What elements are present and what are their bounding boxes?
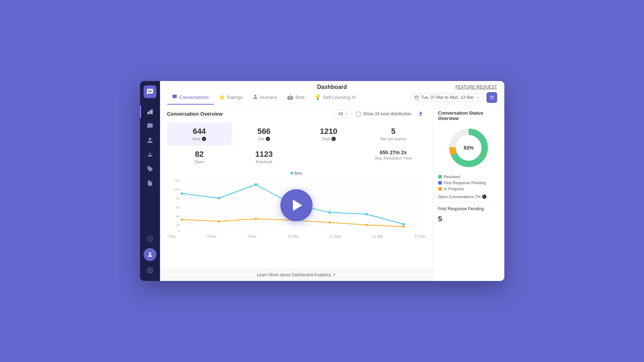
stat-total-label: Total i (302, 137, 355, 141)
learn-more-footer[interactable]: Learn More about Dashboard Analytics ↗ (160, 268, 433, 281)
first-response-count: 5 (438, 215, 499, 223)
open-convos-info[interactable]: i (482, 195, 486, 199)
legend-bots: Bots (290, 171, 302, 175)
date-range-label: Tue, 07 Mar to Mon, 13 Mar (421, 95, 474, 100)
in-progress-color (438, 187, 442, 191)
open-conversations-label: Open Conversations 7% i (438, 195, 499, 199)
bots-legend-dot (290, 172, 293, 175)
svg-point-7 (149, 252, 151, 255)
stat-empty (296, 145, 361, 168)
stat-old-value: 566 (238, 127, 291, 136)
tab-ratings[interactable]: ⭐ Ratings (214, 91, 248, 104)
sidebar-item-help[interactable]: ? (144, 232, 156, 245)
stat-total: 1210 Total i (296, 122, 361, 145)
sidebar-item-contacts[interactable] (144, 134, 156, 147)
tab-bots-label: Bots (295, 95, 305, 100)
svg-point-33 (181, 218, 183, 221)
stat-new-value: 644 (173, 127, 226, 136)
chart-legend: Bots (167, 171, 426, 175)
learn-more-text: Learn More about Dashboard Analytics ↗ (257, 272, 336, 277)
stat-resolved: 1123 Resolved (232, 145, 296, 168)
svg-point-32 (402, 223, 405, 226)
page-header: Dashboard FEATURE REQUEST (160, 81, 504, 90)
sidebar-item-profile[interactable] (144, 248, 156, 261)
svg-text:93%: 93% (464, 145, 474, 151)
sidebar-item-settings[interactable] (144, 264, 156, 277)
stats-row-2: 82 Open 1123 Resolved 65h 27m 2s (160, 145, 433, 168)
tab-self-learning[interactable]: 💡 Self Learning AI (310, 91, 361, 104)
tab-bots[interactable]: 🤖 Bots (282, 91, 310, 104)
sidebar-item-bot[interactable] (144, 148, 156, 161)
app-logo[interactable] (144, 85, 156, 98)
overview-title: Conversation Overview (167, 111, 330, 117)
x-label-12mar: 12 Mar (372, 235, 383, 238)
svg-point-34 (218, 220, 220, 222)
stat-old: 566 Old i (232, 122, 296, 145)
play-button[interactable] (280, 189, 313, 221)
refresh-button[interactable] (486, 92, 497, 103)
sidebar-item-docs[interactable] (144, 177, 156, 190)
svg-rect-1 (149, 110, 150, 114)
status-panel-title: Conversation Status Overview (438, 110, 499, 121)
svg-point-39 (402, 226, 404, 228)
svg-text:?: ? (149, 237, 151, 241)
svg-point-35 (255, 218, 257, 220)
stat-not-started-value: 5 (367, 127, 420, 136)
x-axis: 7 Mar 8 Mar 9 Mar 10 Mar 11 Mar 12 Mar 1… (167, 234, 426, 239)
date-range-picker[interactable]: Tue, 07 Mar to Mon, 13 Mar (410, 93, 483, 102)
sidebar-item-labels[interactable] (144, 162, 156, 175)
svg-point-28 (254, 183, 257, 186)
stat-new: 644 New i (167, 122, 232, 145)
header-right: FEATURE REQUEST (455, 85, 497, 90)
donut-chart-wrapper: 93% 7% (438, 125, 499, 171)
stat-new-info[interactable]: i (202, 137, 206, 141)
svg-point-26 (180, 192, 183, 195)
stat-total-info[interactable]: i (331, 137, 336, 141)
legend-resolved: Resolved (438, 175, 499, 179)
stat-avg-label: Avg. Resolution Time (367, 156, 420, 160)
svg-text:100: 100 (174, 188, 180, 191)
svg-text:0: 0 (178, 229, 179, 233)
stat-not-started-label: Not yet started (367, 137, 420, 141)
status-legend: Resolved First Response Pending In Progr… (438, 175, 499, 191)
first-response-color (438, 181, 442, 185)
page-title: Dashboard (317, 84, 347, 90)
svg-point-8 (149, 270, 151, 271)
play-icon (293, 200, 302, 211)
stat-old-info[interactable]: i (266, 137, 270, 141)
main-content: Dashboard FEATURE REQUEST Conversations … (160, 81, 504, 281)
svg-text:120: 120 (174, 179, 180, 182)
x-label-7mar: 7 Mar (167, 235, 176, 238)
svg-rect-2 (151, 109, 152, 114)
status-panel: Conversation Status Overview 93% (433, 105, 504, 281)
stat-new-label: New i (173, 137, 226, 141)
x-label-13mar: 13 Mar (414, 235, 425, 238)
sidebar: ? (140, 81, 160, 281)
svg-text:60: 60 (176, 206, 179, 209)
svg-point-30 (328, 211, 331, 214)
legend-in-progress: In Progress (438, 187, 499, 191)
in-progress-label: In Progress (444, 187, 464, 191)
sidebar-bottom: ? (144, 232, 156, 277)
divider (438, 202, 499, 203)
show-24h-checkbox[interactable] (356, 112, 361, 116)
sidebar-item-chat[interactable] (144, 120, 156, 132)
resolved-label: Resolved (444, 175, 460, 179)
download-button[interactable] (416, 109, 426, 119)
humans-icon (253, 94, 258, 100)
conversations-icon (172, 94, 177, 100)
donut-chart: 93% 7% (447, 126, 490, 169)
overview-toolbar: Conversation Overview All Show 24 hour d… (160, 105, 433, 122)
stat-avg-value: 65h 27m 2s (367, 150, 420, 155)
tab-conversations[interactable]: Conversations (167, 91, 214, 105)
svg-point-27 (218, 197, 220, 200)
x-label-11mar: 11 Mar (330, 235, 341, 238)
tab-humans[interactable]: Humans (248, 91, 282, 105)
legend-first-response: First Response Pending (438, 181, 499, 185)
x-label-10mar: 10 Mar (288, 235, 299, 238)
filter-dropdown[interactable]: All (334, 110, 352, 118)
show-24h-label[interactable]: Show 24 hour distribution (356, 111, 411, 116)
sidebar-item-reports[interactable] (144, 105, 156, 118)
feature-request-link[interactable]: FEATURE REQUEST (455, 85, 497, 90)
chart-area: Bots 120 (160, 168, 433, 268)
